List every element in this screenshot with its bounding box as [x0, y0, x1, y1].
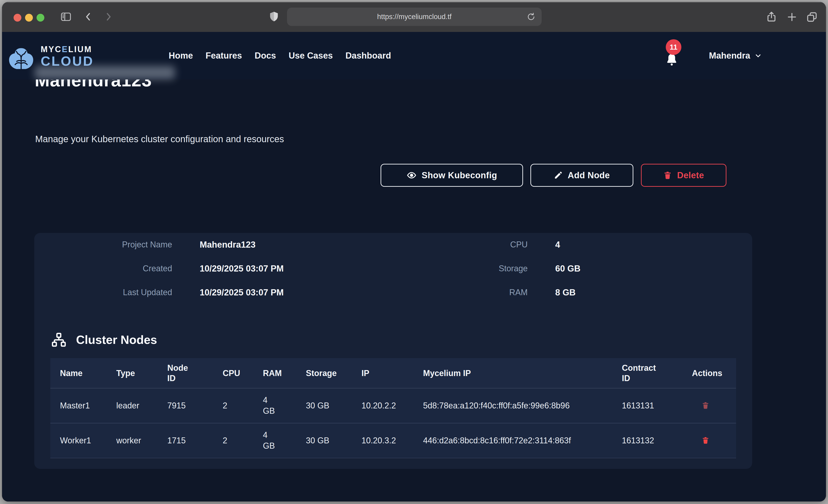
address-bar-url: https://myceliumcloud.tf — [377, 13, 452, 21]
notifications-badge: 11 — [666, 39, 681, 55]
nav-link-docs[interactable]: Docs — [255, 51, 276, 60]
privacy-shield-icon[interactable] — [268, 9, 280, 24]
reload-icon[interactable] — [527, 12, 536, 22]
col-name: Name — [60, 368, 116, 378]
back-button-icon[interactable] — [83, 10, 94, 23]
pencil-icon — [554, 171, 563, 180]
page-content: MYCELIUM CLOUD Home Features Docs Use Ca… — [2, 32, 826, 502]
chevron-down-icon — [754, 52, 762, 60]
nav-link-dashboard[interactable]: Dashboard — [345, 51, 391, 60]
created-label: Created — [34, 263, 172, 274]
project-name-label: Project Name — [34, 239, 172, 250]
address-bar[interactable]: https://myceliumcloud.tf — [287, 8, 542, 26]
delete-node-button[interactable] — [702, 436, 709, 446]
page-title-clip: Mahendra123 — [35, 80, 379, 94]
forward-button-icon[interactable] — [103, 10, 114, 23]
page-title: Mahendra123 — [35, 80, 379, 93]
close-window-button[interactable] — [13, 14, 22, 22]
nav-link-use-cases[interactable]: Use Cases — [289, 51, 333, 60]
trash-icon — [702, 401, 709, 410]
cell-ram: 4 GB — [263, 430, 279, 451]
col-cpu: CPU — [223, 368, 263, 378]
created-value: 10/29/2025 03:07 PM — [200, 263, 284, 274]
table-row: Master1 leader 7915 2 4 GB 30 GB 10.20.2… — [50, 388, 736, 423]
cell-node-id: 7915 — [167, 401, 223, 411]
ram-label: RAM — [402, 287, 528, 298]
cell-cpu: 2 — [223, 401, 263, 411]
cluster-nodes-table: Name Type Node ID CPU RAM Storage IP Myc… — [50, 358, 736, 458]
storage-value: 60 GB — [555, 263, 580, 274]
col-contract-id: Contract ID — [622, 363, 661, 383]
cell-type: leader — [116, 401, 167, 411]
cell-node-id: 1715 — [167, 435, 223, 446]
zoom-window-button[interactable] — [37, 14, 44, 22]
sidebar-toggle-icon[interactable] — [60, 10, 72, 24]
last-updated-label: Last Updated — [34, 287, 172, 298]
cell-contract-id: 1613132 — [622, 435, 692, 446]
cluster-nodes-section-header: Cluster Nodes — [51, 332, 157, 347]
browser-titlebar: https://myceliumcloud.tf — [2, 2, 826, 32]
cell-storage: 30 GB — [306, 435, 362, 446]
delete-node-button[interactable] — [702, 401, 709, 411]
trash-icon — [702, 436, 709, 445]
cell-cpu: 2 — [223, 435, 263, 446]
cell-ip: 10.20.3.2 — [362, 435, 423, 446]
col-storage: Storage — [306, 368, 362, 378]
cell-contract-id: 1613131 — [622, 401, 692, 411]
nav-link-home[interactable]: Home — [169, 51, 193, 60]
cluster-nodes-title: Cluster Nodes — [76, 333, 157, 347]
col-ip: IP — [362, 368, 423, 378]
brand-line1-rest: LIUM — [68, 45, 92, 54]
user-name: Mahendra — [709, 51, 750, 60]
show-kubeconfig-button[interactable]: Show Kubeconfig — [380, 164, 523, 187]
trash-icon — [663, 170, 672, 180]
mycelium-logo-icon[interactable] — [8, 47, 34, 71]
table-header-row: Name Type Node ID CPU RAM Storage IP Myc… — [50, 358, 736, 388]
browser-window: https://myceliumcloud.tf — [2, 2, 826, 502]
share-icon[interactable] — [765, 10, 778, 24]
user-menu[interactable]: Mahendra — [709, 32, 762, 80]
col-ram: RAM — [263, 368, 306, 378]
site-navbar: MYCELIUM CLOUD Home Features Docs Use Ca… — [2, 32, 826, 80]
brand-wordmark[interactable]: MYCELIUM CLOUD — [41, 45, 94, 68]
cell-ip: 10.20.2.2 — [362, 401, 423, 411]
col-actions: Actions — [692, 368, 736, 378]
storage-label: Storage — [402, 263, 528, 274]
cell-name: Master1 — [60, 401, 116, 411]
cell-storage: 30 GB — [306, 401, 362, 411]
add-node-label: Add Node — [568, 170, 610, 180]
add-node-button[interactable]: Add Node — [530, 164, 633, 187]
cell-mycelium-ip: 446:d2a6:8bcd:8c16:ff0f:72e2:3114:863f — [423, 435, 571, 446]
page-subtitle: Manage your Kubernetes cluster configura… — [35, 134, 284, 144]
col-type: Type — [116, 368, 167, 378]
cpu-label: CPU — [402, 239, 528, 250]
nav-link-features[interactable]: Features — [206, 51, 242, 60]
notifications-button[interactable]: 11 — [663, 32, 690, 80]
delete-label: Delete — [677, 170, 704, 180]
network-icon — [51, 332, 67, 347]
ram-value: 8 GB — [555, 287, 576, 298]
cell-ram: 4 GB — [263, 395, 279, 417]
new-tab-icon[interactable] — [786, 11, 798, 23]
col-mycelium-ip: Mycelium IP — [423, 368, 622, 378]
nav-links: Home Features Docs Use Cases Dashboard — [169, 32, 391, 80]
project-name-value: Mahendra123 — [200, 239, 255, 250]
eye-icon — [407, 170, 417, 180]
cpu-value: 4 — [555, 239, 560, 250]
minimize-window-button[interactable] — [25, 14, 33, 22]
cell-type: worker — [116, 435, 167, 446]
last-updated-value: 10/29/2025 03:07 PM — [200, 287, 284, 298]
cluster-details-card: Project Name Mahendra123 Created 10/29/2… — [34, 233, 752, 469]
cell-mycelium-ip: 5d8:78ea:a120:f40c:ff0f:a5fe:99e6:8b96 — [423, 401, 570, 411]
tab-overview-icon[interactable] — [806, 10, 818, 24]
table-row: Worker1 worker 1715 2 4 GB 30 GB 10.20.3… — [50, 423, 736, 458]
col-node-id: Node ID — [167, 363, 195, 383]
brand-line1: MYC — [41, 45, 62, 54]
cell-name: Worker1 — [60, 435, 116, 446]
blurred-title-under-navbar — [35, 66, 175, 79]
show-kubeconfig-label: Show Kubeconfig — [422, 170, 497, 180]
brand-line1-e: E — [62, 45, 68, 54]
delete-cluster-button[interactable]: Delete — [641, 164, 727, 187]
